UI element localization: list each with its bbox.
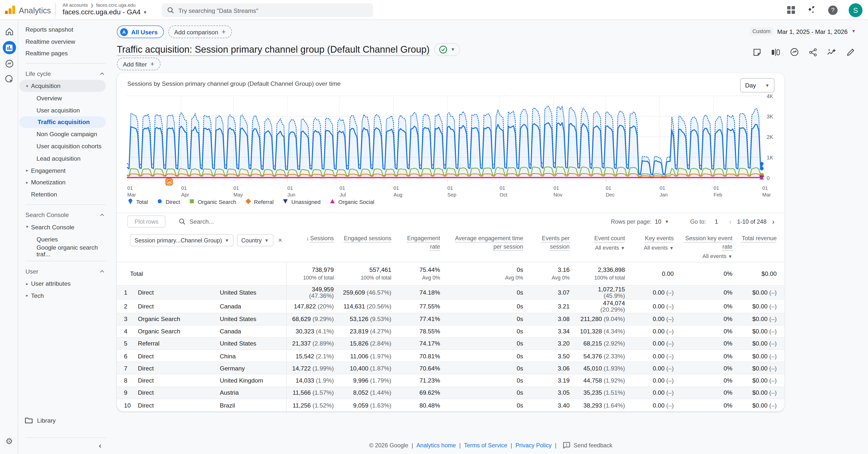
insights-icon[interactable]	[827, 48, 836, 56]
row-rank: 6	[117, 350, 133, 362]
legend-item-referral[interactable]: Referral	[245, 198, 274, 205]
legend-item-total[interactable]: Total	[127, 198, 148, 205]
sidebar-item-traffic-acquisition[interactable]: Traffic acquisition	[19, 116, 106, 128]
column-label: Event count	[594, 235, 625, 241]
table-search-input[interactable]	[189, 218, 311, 225]
link-terms[interactable]: Terms of Service	[464, 442, 507, 449]
column-header-key-events[interactable]: Key eventsAll events ▼	[633, 230, 681, 262]
plot-rows-button[interactable]: Plot rows	[127, 215, 165, 228]
secondary-dimension-select[interactable]: Country ▼	[237, 234, 273, 246]
sidebar-item-realtime-pages[interactable]: Realtime pages	[18, 48, 106, 60]
help-icon[interactable]: ?	[828, 5, 838, 14]
global-search[interactable]	[162, 3, 373, 17]
apps-grid-icon[interactable]	[787, 6, 795, 14]
chevron-down-icon[interactable]: ▼	[665, 219, 669, 224]
column-header-engaged-sessions[interactable]: Engaged sessions	[341, 230, 399, 262]
metric-cell: 30,323 (4.1%)	[286, 325, 341, 338]
metric-cell: 3.50	[531, 350, 578, 362]
column-header-session-key-event-rate[interactable]: Session key event rateAll events ▼	[681, 230, 740, 262]
sidebar-item-retention[interactable]: Retention	[18, 188, 106, 201]
chevron-collapsed-icon[interactable]: ▸	[23, 180, 31, 185]
prev-page-icon[interactable]: ‹	[727, 217, 734, 225]
add-filter-button[interactable]: Add filter +	[117, 58, 161, 70]
avatar[interactable]: S	[849, 3, 863, 17]
sidebar-item-reports-snapshot[interactable]: Reports snapshot	[18, 23, 106, 35]
chevron-expanded-icon[interactable]: ▾	[23, 224, 31, 229]
granularity-select[interactable]: Day ▼	[740, 78, 775, 92]
segment-chips: A All Users Add comparison +	[117, 26, 232, 38]
column-header-events-per-session[interactable]: Events per session	[531, 230, 578, 262]
sidebar-item-user[interactable]: User	[18, 266, 114, 277]
home-icon[interactable]	[0, 27, 18, 37]
edit-pencil-icon[interactable]	[846, 48, 855, 56]
date-range-picker[interactable]: Custom Mar 1, 2025 - Mar 1, 2026 ▼	[750, 27, 856, 36]
annotation-marker-icon[interactable]	[165, 178, 173, 185]
chart-legend: TotalDirectOrganic SearchReferralUnassig…	[127, 198, 374, 205]
add-comparison-button[interactable]: Add comparison +	[168, 26, 232, 38]
column-subfilter[interactable]: All events ▼	[633, 244, 674, 252]
chevron-collapsed-icon[interactable]: ▸	[23, 281, 31, 286]
legend-item-organic-social[interactable]: Organic Social	[329, 198, 374, 205]
legend-item-unassigned[interactable]: Unassigned	[282, 198, 320, 205]
column-header-engagement-rate[interactable]: Engagement rate	[399, 230, 448, 262]
admin-gear-icon[interactable]: ⚙	[0, 436, 18, 446]
gemini-sparkle-icon[interactable]	[806, 4, 817, 16]
next-page-icon[interactable]: ›	[770, 217, 777, 225]
chevron-up-icon[interactable]	[100, 73, 104, 77]
link-privacy[interactable]: Privacy Policy	[516, 442, 552, 449]
sidebar-item-life-cycle[interactable]: Life cycle	[18, 68, 114, 80]
send-feedback-button[interactable]: Send feedback	[563, 442, 613, 449]
column-header-average-engagement-time-per-session[interactable]: Average engagement time per session	[448, 230, 531, 262]
chevron-expanded-icon[interactable]: ▾	[23, 83, 31, 88]
collapse-drawer-icon[interactable]: ‹	[18, 438, 114, 454]
sidebar-item-queries[interactable]: Queries	[18, 233, 106, 245]
sidebar-item-user-acquisition[interactable]: User acquisition	[18, 104, 106, 116]
property-switcher[interactable]: All accounts ❯ faces.ccrc.uga.edu faces.…	[56, 3, 147, 16]
sidebar-item-search-console[interactable]: ▾Search Console	[18, 221, 106, 233]
chevron-up-icon[interactable]	[100, 214, 104, 218]
column-header-event-count[interactable]: Event countAll events ▼	[578, 230, 633, 262]
sidebar-item-engagement[interactable]: ▸Engagement	[18, 164, 106, 177]
goto-page-input[interactable]	[709, 218, 723, 225]
chevron-collapsed-icon[interactable]: ▸	[23, 168, 31, 173]
sidebar-item-non-google-campaign[interactable]: Non Google campaign	[18, 128, 106, 140]
reports-icon-active[interactable]	[0, 41, 18, 54]
sidebar-item-user-attributes[interactable]: ▸User attributes	[18, 277, 106, 290]
column-header-total-revenue[interactable]: Total revenue	[740, 230, 784, 262]
metric-cell: 147,822 (20%)	[286, 299, 341, 313]
analytics-logo[interactable]: Analytics	[0, 4, 51, 16]
metric-cell: 349,959 (47.36%)	[286, 285, 341, 299]
report-status-button[interactable]: ▼	[434, 43, 460, 56]
sidebar-item-google-organic-search-traf[interactable]: Google organic search traf...	[18, 245, 106, 257]
column-subfilter[interactable]: All events ▼	[681, 253, 732, 261]
sidebar-item-realtime-overview[interactable]: Realtime overview	[18, 35, 106, 48]
table-search[interactable]	[179, 218, 606, 225]
primary-dimension-select[interactable]: Session primary...Channel Group) ▼	[130, 234, 234, 246]
sidebar-item-acquisition[interactable]: ▾Acquisition	[19, 80, 106, 92]
sidebar-item-search-console[interactable]: Search Console	[18, 209, 114, 221]
all-users-chip[interactable]: A All Users	[117, 26, 164, 38]
sidebar-item-overview[interactable]: Overview	[18, 92, 106, 104]
sidebar-item-lead-acquisition[interactable]: Lead acquisition	[18, 152, 106, 164]
sidebar-item-monetization[interactable]: ▸Monetization	[18, 177, 106, 188]
sidebar-item-user-acquisition-cohorts[interactable]: User acquisition cohorts	[18, 140, 106, 152]
chevron-up-icon[interactable]	[100, 270, 104, 274]
global-search-input[interactable]	[178, 7, 368, 13]
advertising-icon[interactable]	[0, 74, 18, 84]
comparison-ab-icon[interactable]	[771, 48, 780, 56]
legend-item-organic-search[interactable]: Organic Search	[189, 198, 237, 205]
column-subfilter[interactable]: All events ▼	[578, 244, 625, 252]
table-row: 10 Direct Brazil 11,256 (1.52%)9,059 (1.…	[117, 399, 784, 411]
column-header-sessions[interactable]: ↓Sessions	[286, 230, 341, 262]
share-icon[interactable]	[809, 48, 817, 56]
remove-dimension-icon[interactable]: ×	[277, 237, 284, 244]
chevron-collapsed-icon[interactable]: ▸	[23, 293, 31, 298]
rows-per-page-value[interactable]: 10	[655, 218, 661, 225]
sidebar-item-tech[interactable]: ▸Tech	[18, 290, 106, 302]
link-analytics-home[interactable]: Analytics home	[416, 442, 456, 449]
explore-icon[interactable]	[0, 59, 18, 68]
report-notes-icon[interactable]	[753, 48, 761, 56]
explore-report-icon[interactable]	[790, 48, 799, 57]
sidebar-item-library[interactable]: Library	[18, 414, 114, 426]
legend-item-direct[interactable]: Direct	[157, 198, 180, 205]
